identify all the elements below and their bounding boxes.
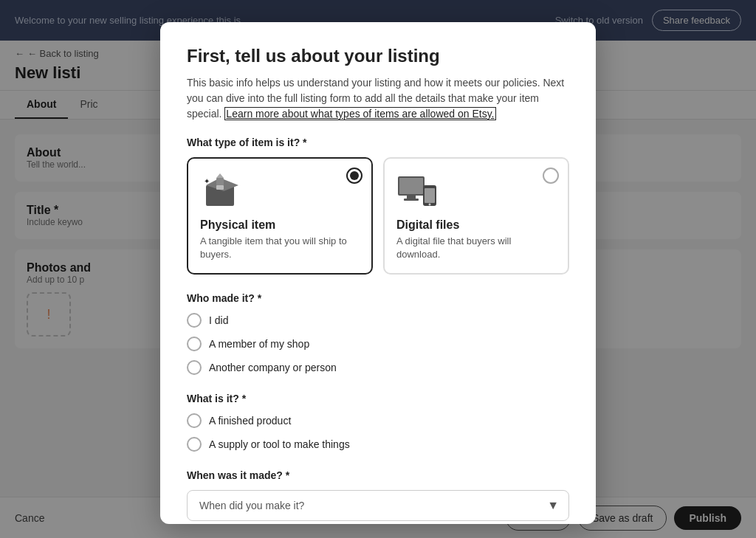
who-made-i-did-label: I did — [209, 314, 228, 326]
digital-item-radio[interactable] — [543, 168, 559, 184]
svg-rect-4 — [216, 185, 224, 190]
who-made-i-did-radio[interactable] — [187, 313, 202, 328]
modal-overlay: First, tell us about your listing This b… — [0, 0, 756, 538]
digital-item-name: Digital files — [396, 218, 556, 232]
when-made-label: When was it made? * — [187, 469, 569, 481]
modal-title: First, tell us about your listing — [187, 46, 569, 66]
svg-marker-3 — [216, 173, 224, 178]
modal-description: This basic info helps us understand your… — [187, 75, 569, 122]
svg-rect-2 — [216, 178, 224, 185]
who-made-label: Who made it? * — [187, 292, 569, 304]
svg-point-12 — [429, 204, 431, 206]
digital-item-desc: A digital file that buyers will download… — [396, 235, 556, 261]
what-is-it-group: A finished product A supply or tool to m… — [187, 413, 569, 452]
who-made-member-radio[interactable] — [187, 337, 202, 351]
who-made-another-label: Another company or person — [209, 362, 337, 373]
what-is-it-finished[interactable]: A finished product — [187, 413, 569, 428]
what-is-it-label: What is it? * — [187, 393, 569, 404]
modal-dialog: First, tell us about your listing This b… — [160, 22, 596, 524]
digital-item-icon — [396, 170, 441, 211]
svg-rect-11 — [425, 188, 435, 203]
item-type-cards: ✦ Physical item A tangible item that you… — [187, 157, 569, 275]
who-made-member[interactable]: A member of my shop — [187, 337, 569, 351]
physical-item-name: Physical item — [200, 218, 360, 232]
what-is-it-finished-radio[interactable] — [187, 413, 202, 428]
what-is-it-finished-label: A finished product — [209, 415, 291, 427]
physical-item-icon: ✦ — [200, 170, 244, 211]
physical-item-card[interactable]: ✦ Physical item A tangible item that you… — [187, 157, 373, 275]
what-is-it-supply[interactable]: A supply or tool to make things — [187, 437, 569, 452]
who-made-another-radio[interactable] — [187, 360, 202, 375]
svg-text:✦: ✦ — [204, 177, 210, 185]
who-made-i-did[interactable]: I did — [187, 313, 569, 328]
when-made-select[interactable]: When did you make it? Made to order 2020… — [187, 490, 569, 521]
svg-rect-9 — [404, 199, 419, 201]
when-made-dropdown-wrapper: When did you make it? Made to order 2020… — [187, 490, 569, 521]
who-made-another[interactable]: Another company or person — [187, 360, 569, 375]
physical-item-radio[interactable] — [346, 168, 362, 184]
who-made-group: I did A member of my shop Another compan… — [187, 313, 569, 375]
learn-more-link[interactable]: Learn more about what types of items are… — [224, 107, 495, 120]
svg-rect-7 — [399, 178, 423, 194]
item-type-label: What type of item is it? * — [187, 137, 569, 148]
digital-item-card[interactable]: Digital files A digital file that buyers… — [383, 157, 569, 275]
what-is-it-supply-label: A supply or tool to make things — [209, 438, 350, 450]
who-made-member-label: A member of my shop — [209, 338, 309, 350]
physical-item-desc: A tangible item that you will ship to bu… — [200, 235, 360, 261]
what-is-it-supply-radio[interactable] — [187, 437, 202, 452]
